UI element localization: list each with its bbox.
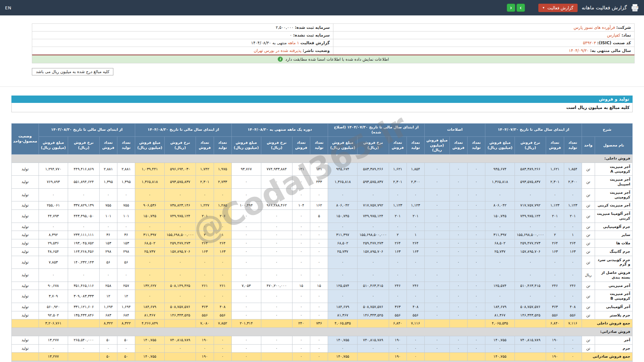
value-cell: ۹۰,۶۷۸: [39, 282, 68, 290]
value-cell: ۹۰۶,۵۳۶: [135, 201, 165, 210]
sale-rate-header: نرخ فروش (ریال): [358, 136, 389, 155]
chevron-right-icon: ›: [520, 5, 522, 10]
value-cell: ۰: [358, 256, 389, 269]
company-value: فرآورده های نسوز پارس: [574, 25, 615, 30]
value-cell: ۱۵۵,۶۹۸,۵۰۰,۰۰۰: [515, 231, 546, 239]
value-cell: ۵۰: [99, 353, 117, 361]
value-cell: ۷۴۰,۸۱۵,۷۸۹: [515, 336, 546, 344]
value-cell: ۰: [196, 223, 214, 231]
value-cell: ۴,۰۶۵,۵۳۵: [485, 319, 515, 328]
value-cell: ۰: [261, 344, 292, 353]
value-cell: ۳۰۹,۰۸۳,۳۳۳: [68, 290, 99, 303]
product-name-cell: آجر آلومینایی: [595, 303, 632, 311]
value-cell: ۰: [424, 344, 449, 353]
value-cell: ۷۵۵: [117, 201, 135, 210]
unit-cell: تن: [582, 282, 595, 290]
value-cell: ۲۶۴: [214, 239, 231, 248]
value-cell: ۷۱۷,۷۵۷,۷۹۲: [358, 201, 389, 210]
language-toggle[interactable]: EN: [5, 5, 11, 10]
unregistered-capital-cell: سرمایه ثبت نشده: ۰: [32, 32, 333, 39]
sold-qty-header: تعداد فروش: [292, 136, 310, 155]
value-cell: ۰: [310, 239, 328, 248]
value-cell: ۵۹۳,۵۷۵,۸۳۷: [358, 176, 389, 189]
value-cell: ۰: [39, 269, 68, 282]
fiscal-year-label: سال مالی منتهی به:: [590, 48, 631, 53]
value-cell: ۰: [99, 269, 117, 282]
value-cell: ۱۴۰,۷۵۵: [328, 353, 358, 361]
value-cell: ۲,۳۰۰: [564, 176, 582, 189]
value-cell: ۰: [164, 223, 196, 231]
value-cell: ۰: [467, 201, 485, 210]
report-type-button[interactable]: گزارش فعالیت ▾: [538, 4, 578, 12]
nav-right-button[interactable]: ›: [517, 4, 525, 12]
sale-amount-header: مبلغ فروش (میلیون ریال): [39, 136, 68, 155]
value-cell: ۲,۷۳۳: [214, 176, 231, 189]
value-cell: ۳۱۱,۳۹۷: [328, 231, 358, 239]
product-name-cell: سایر: [595, 231, 632, 239]
table-row: جرم کوبیدنی سرد و گرمتن۰۰۰۰۰۰۰۰۰۰۰۰۰۰۰۰۰…: [12, 256, 633, 269]
value-cell: ۵۵۶: [214, 311, 231, 319]
status-cell: تولید: [12, 188, 39, 201]
product-name-cell: جمع فروش صادراتی: [582, 353, 632, 361]
value-cell: ۰: [135, 223, 165, 231]
value-cell: ۸۱,۳۶۷: [328, 311, 358, 319]
product-name-cell: آجر منیزیت کرومیتی: [595, 188, 632, 201]
produced-qty-header: تعداد تولید: [467, 136, 485, 155]
value-cell: ۲۴۶: [564, 282, 582, 290]
value-cell: [261, 353, 292, 361]
value-cell: ۰: [214, 269, 231, 282]
value-cell: ۲: [196, 231, 214, 239]
value-cell: ۰: [292, 311, 310, 319]
value-cell: ۰: [389, 344, 407, 353]
unit-cell: تن: [582, 247, 595, 256]
value-cell: ۰: [292, 239, 310, 248]
value-cell: ۰: [485, 223, 515, 231]
product-name-cell: آجر منیزیت کربنی: [595, 201, 632, 210]
table-row: فروش حاصل از بسته بندیریال۰۰۰۰۰۰۰۰۰۰۰۰۰۰…: [12, 269, 633, 282]
value-cell: ۴,۲۶۶,۸۴۹: [135, 319, 165, 328]
value-cell: ۱۹۰: [389, 336, 407, 344]
value-cell: ۰: [449, 210, 467, 223]
value-cell: ۰: [449, 269, 467, 282]
status-cell: تولید: [12, 336, 39, 344]
value-cell: ۱۵۷,۸۹۵,۷۰۶: [164, 247, 196, 256]
value-cell: ۰: [214, 344, 231, 353]
sold-qty-header: تعداد فروش: [449, 136, 467, 155]
value-cell: ۰: [231, 239, 261, 248]
value-cell: [358, 353, 389, 361]
value-cell: ۸,۳۹۲: [39, 231, 68, 239]
status-cell: تولید: [12, 303, 39, 311]
value-cell: ۲۹۸: [117, 247, 135, 256]
value-cell: ۷۴۰,۸۱۵,۷۸۹: [164, 336, 196, 344]
value-cell: ۳۶۳: [196, 303, 214, 311]
product-name-cell: ملات ها: [595, 239, 632, 248]
product-name-cell: فروش حاصل از بسته بندی: [595, 269, 632, 282]
status-cell: تولید: [12, 210, 39, 223]
nav-left-button[interactable]: ‹: [507, 4, 515, 12]
value-cell: ۷۳۸,۸۲۳,۱۴۶: [164, 201, 196, 210]
value-cell: ۰: [407, 353, 424, 361]
status-cell: تولید: [12, 290, 39, 303]
product-column-header: نام محصول: [595, 136, 632, 155]
table-row: آجر منیزیت کرومیتیتن۰۰۰۰۰۰۰۰۰۰۰۰۰۰۰۰۰۰۰۰…: [12, 188, 633, 201]
value-cell: ۱,۳۶۵,۸۱۸: [328, 176, 358, 189]
value-cell: ۰: [328, 344, 358, 353]
value-cell: ۲۶۱: [214, 282, 231, 290]
value-cell: ۱,۱۲۳: [564, 201, 582, 210]
isic-label: کد صنعت (ISIC):: [597, 41, 631, 45]
value-cell: ۱۲۱: [292, 163, 310, 176]
value-cell: ۲,۳۰۰: [407, 176, 424, 189]
value-cell: ۰: [467, 163, 485, 176]
value-cell: ۰: [389, 188, 407, 201]
value-cell: ۶۸۴: [117, 311, 135, 319]
value-cell: ۰: [310, 188, 328, 201]
value-cell: ۰: [214, 290, 231, 303]
value-cell: ۵۵۱,۸۹۴,۶۲۴: [68, 176, 99, 189]
unit-cell: تن: [582, 239, 595, 248]
product-name-cell: آجر منیزیت کرومیتی A: [595, 163, 632, 176]
value-cell: ۱۴۶,۳۴۳,۵۲۵: [515, 311, 546, 319]
value-cell: ۰: [467, 247, 485, 256]
value-cell: ۰: [214, 353, 231, 361]
value-cell: ۰: [424, 176, 449, 189]
value-cell: ۱۵۵,۶۹۸,۵۰۰,۰۰۰: [164, 231, 196, 239]
